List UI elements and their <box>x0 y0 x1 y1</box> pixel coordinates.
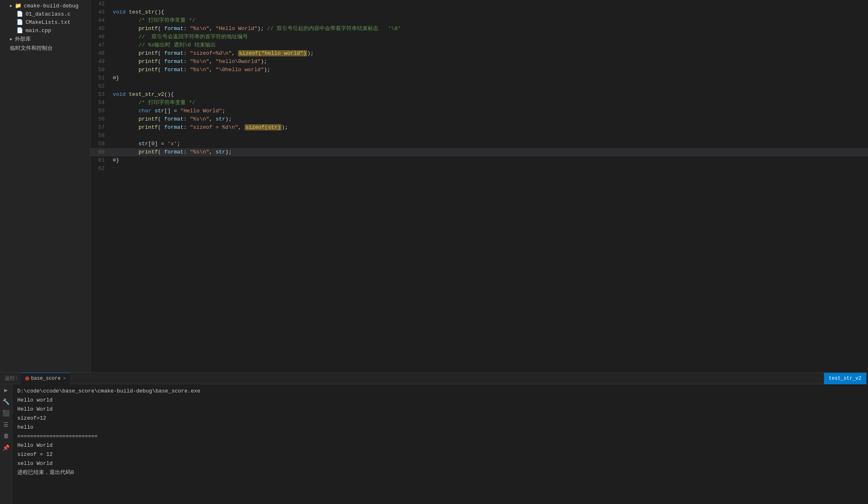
sidebar-item-external-lib[interactable]: ▶ 外部库 <box>0 35 90 44</box>
code-line-52: 52 <box>91 82 868 91</box>
sidebar-item-cmake-build-debug[interactable]: ▶ 📁 cmake-build-debug <box>0 2 90 10</box>
trash-icon[interactable]: 🗑 <box>2 432 10 440</box>
line-number: 59 <box>91 140 111 148</box>
line-number: 45 <box>91 25 111 33</box>
terminal-line: sizeof = 12 <box>17 450 863 459</box>
line-content: printf( format: "%s\n", "hello\0world"); <box>111 58 868 66</box>
line-content: str[0] = 'x'; <box>111 140 868 148</box>
line-content: void test_str_v2(){ <box>111 91 868 99</box>
terminal-line: hello <box>17 423 863 432</box>
line-content <box>111 132 868 140</box>
sidebar-item-main[interactable]: 📄 main.cpp <box>0 26 90 35</box>
line-content: printf( format: "sizeof=%d\n", sizeof("h… <box>111 49 868 58</box>
arrow-icon: ▶ <box>10 3 12 8</box>
code-line-45: 45 printf( format: "%s\n", "Hello World"… <box>91 25 868 33</box>
line-number: 50 <box>91 66 111 74</box>
code-line-56: 56 printf( format: "%s\n", str); <box>91 115 868 123</box>
bottom-panel: 运行: base_score × test_str_v2 ▶ 🔧 ⬛ ☰ 🗑 📌… <box>0 372 868 504</box>
sidebar-section-label: 外部库 <box>15 35 31 43</box>
bottom-tabs-bar: 运行: base_score × test_str_v2 <box>0 373 868 384</box>
line-number: 44 <box>91 16 111 25</box>
line-content: printf( format: "%s\n", str); <box>111 148 868 156</box>
line-content <box>111 0 868 8</box>
line-content: // %s输出时 遇到\0 结束输出 <box>111 41 868 49</box>
code-line-44: 44 /* 打印字符串常量 */ <box>91 16 868 25</box>
breadcrumb: test_str_v2 <box>824 373 866 384</box>
sidebar-item-cmakelists[interactable]: 📄 CMakeLists.txt <box>0 18 90 26</box>
sidebar-item-temp-files[interactable]: 临时文件和控制台 <box>0 44 90 53</box>
terminal-line: xello World <box>17 459 863 468</box>
code-line-59: 59 str[0] = 'x'; <box>91 140 868 148</box>
line-number: 60 <box>91 148 111 156</box>
tab-close-button[interactable]: × <box>63 376 66 381</box>
code-line-43: 43 void test_str(){ <box>91 8 868 16</box>
code-line-47: 47 // %s输出时 遇到\0 结束输出 <box>91 41 868 49</box>
code-line-50: 50 printf( format: "%s\n", "\0hello worl… <box>91 66 868 74</box>
code-editor: 42 43 void test_str(){ 44 /* 打印字符串常量 */ … <box>91 0 868 372</box>
code-line-49: 49 printf( format: "%s\n", "hello\0world… <box>91 58 868 66</box>
line-number: 47 <box>91 41 111 49</box>
line-number: 42 <box>91 0 111 8</box>
code-line-62: 62 <box>91 165 868 173</box>
run-icon[interactable]: ▶ <box>2 386 10 394</box>
terminal-line: sizeof=12 <box>17 414 863 423</box>
code-line-60: 60 printf( format: "%s\n", str); <box>91 148 868 156</box>
file-c-icon: 📄 <box>16 11 23 17</box>
line-content: printf( format: "%s\n", "\0hello world")… <box>111 66 868 74</box>
file-tree: ▶ 📁 cmake-build-debug 📄 01_dataclass.c 📄… <box>0 0 91 372</box>
line-content: /* 打印字符串变量 */ <box>111 99 868 107</box>
line-content: void test_str(){ <box>111 8 868 16</box>
code-line-53: 53 void test_str_v2(){ <box>91 91 868 99</box>
pin-icon[interactable]: 📌 <box>2 444 10 452</box>
list-icon[interactable]: ☰ <box>2 420 10 429</box>
base-score-tab[interactable]: base_score × <box>21 373 70 384</box>
arrow-icon: ▶ <box>10 37 12 42</box>
line-number: 51 <box>91 74 111 82</box>
code-line-51: 51 ⊙} <box>91 74 868 82</box>
terminal-line: Hello World <box>17 441 863 450</box>
code-line-42: 42 <box>91 0 868 8</box>
terminal-line: Hello world <box>17 396 863 405</box>
code-line-58: 58 <box>91 132 868 140</box>
file-cpp-icon: 📄 <box>16 27 23 34</box>
tab-status-icon <box>25 376 29 381</box>
line-number: 43 <box>91 8 111 16</box>
code-line-48: 48 printf( format: "sizeof=%d\n", sizeof… <box>91 49 868 58</box>
line-content: /* 打印字符串常量 */ <box>111 16 868 25</box>
terminal-sidebar: ▶ 🔧 ⬛ ☰ 🗑 📌 <box>0 384 12 504</box>
code-line-54: 54 /* 打印字符串变量 */ <box>91 99 868 107</box>
run-label: 运行: <box>2 375 21 382</box>
line-content <box>111 165 868 173</box>
file-cmake-icon: 📄 <box>16 19 23 26</box>
sidebar-item-01-dataclass[interactable]: 📄 01_dataclass.c <box>0 10 90 18</box>
line-number: 62 <box>91 165 111 173</box>
line-number: 55 <box>91 107 111 115</box>
terminal-line: Hello World <box>17 405 863 414</box>
line-content: ⊙} <box>111 156 868 165</box>
line-number: 57 <box>91 123 111 132</box>
stop-icon[interactable]: ⬛ <box>2 409 10 417</box>
code-line-57: 57 printf( format: "sizeof = %d\n", size… <box>91 123 868 132</box>
line-number: 48 <box>91 49 111 58</box>
line-number: 56 <box>91 115 111 123</box>
line-number: 49 <box>91 58 111 66</box>
wrench-icon[interactable]: 🔧 <box>2 397 10 406</box>
tab-label: base_score <box>31 376 61 381</box>
line-number: 58 <box>91 132 111 140</box>
terminal-exit-line: 进程已结束，退出代码0 <box>17 468 863 477</box>
sidebar-item-label: CMakeLists.txt <box>26 19 70 26</box>
sidebar-item-label: 01_dataclass.c <box>26 11 70 17</box>
bottom-main: ▶ 🔧 ⬛ ☰ 🗑 📌 D:\code\ccode\base_score\cma… <box>0 384 868 504</box>
line-content: printf( format: "%s\n", str); <box>111 115 868 123</box>
line-content <box>111 82 868 91</box>
terminal-line: D:\code\ccode\base_score\cmake-build-deb… <box>17 387 863 396</box>
line-number: 61 <box>91 156 111 165</box>
breadcrumb-item: test_str_v2 <box>829 376 861 381</box>
line-content: char str[] = "Hello World"; <box>111 107 868 115</box>
line-number: 46 <box>91 33 111 41</box>
sidebar-section-label: 临时文件和控制台 <box>10 44 53 52</box>
line-content: printf( format: "%s\n", "Hello World"); … <box>111 25 868 33</box>
line-content: // 双引号会返回字符串的首字符的地址编号 <box>111 33 868 41</box>
code-line-61: 61 ⊙} <box>91 156 868 165</box>
terminal-line: ========================= <box>17 432 863 441</box>
